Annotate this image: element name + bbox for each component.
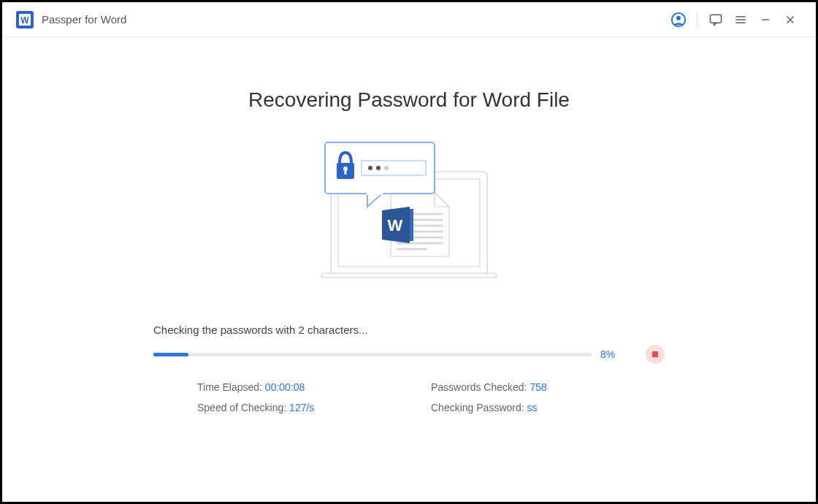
progress-fill bbox=[153, 353, 188, 356]
progress-section: Checking the passwords with 2 characters… bbox=[153, 324, 665, 422]
status-text: Checking the passwords with 2 characters… bbox=[153, 324, 665, 336]
illustration: W bbox=[75, 141, 743, 287]
stat-value: ss bbox=[527, 402, 538, 413]
stat-value: 127/s bbox=[289, 402, 314, 413]
close-button[interactable] bbox=[778, 7, 803, 32]
stop-icon bbox=[652, 351, 658, 357]
stat-label: Speed of Checking: bbox=[197, 402, 289, 413]
svg-rect-5 bbox=[711, 15, 722, 23]
stat-time-elapsed: Time Elapsed: 00:00:08 bbox=[197, 381, 431, 393]
divider bbox=[697, 12, 697, 28]
menu-icon[interactable] bbox=[728, 7, 753, 32]
stat-checked: Passwords Checked: 758 bbox=[431, 381, 665, 393]
stat-value: 758 bbox=[530, 381, 546, 393]
title-bar: W Passper for Word bbox=[2, 2, 816, 37]
stat-value: 00:00:08 bbox=[265, 381, 305, 393]
account-icon[interactable] bbox=[666, 7, 691, 32]
progress-row: 8% bbox=[153, 345, 665, 364]
svg-rect-21 bbox=[410, 209, 413, 241]
stat-label: Time Elapsed: bbox=[197, 381, 265, 393]
stats: Time Elapsed: 00:00:08 Speed of Checking… bbox=[153, 381, 665, 422]
progress-percent: 8% bbox=[600, 348, 624, 360]
main-content: Recovering Password for Word File bbox=[2, 37, 816, 422]
svg-rect-12 bbox=[321, 273, 497, 278]
svg-point-31 bbox=[384, 166, 389, 170]
svg-point-30 bbox=[376, 166, 381, 170]
page-title: Recovering Password for Word File bbox=[75, 88, 743, 112]
stat-speed: Speed of Checking: 127/s bbox=[197, 402, 431, 413]
svg-text:W: W bbox=[388, 216, 403, 234]
stat-label: Passwords Checked: bbox=[431, 381, 530, 393]
svg-rect-27 bbox=[345, 169, 347, 175]
svg-point-4 bbox=[676, 15, 681, 20]
progress-bar bbox=[153, 353, 592, 356]
svg-rect-24 bbox=[367, 191, 383, 195]
app-title: Passper for Word bbox=[42, 13, 126, 26]
stop-button[interactable] bbox=[646, 345, 665, 364]
stat-current: Checking Password: ss bbox=[431, 402, 665, 413]
app-logo-icon: W bbox=[15, 10, 34, 29]
svg-text:W: W bbox=[20, 15, 29, 26]
minimize-button[interactable] bbox=[753, 7, 778, 32]
svg-point-29 bbox=[368, 166, 372, 170]
feedback-icon[interactable] bbox=[703, 7, 728, 32]
stat-label: Checking Password: bbox=[431, 402, 527, 413]
